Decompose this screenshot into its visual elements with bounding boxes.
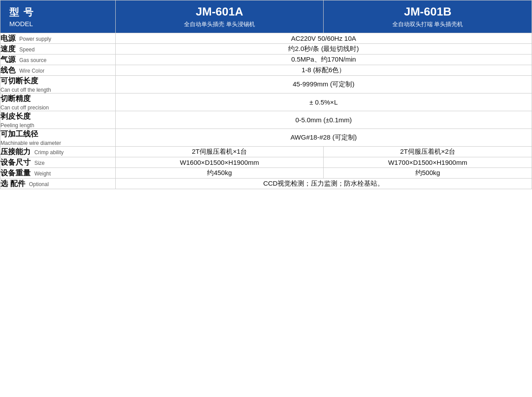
row-power: 电源 Power supply AC220V 50/60Hz 10A [0,33,532,44]
label-en-size: Size [34,160,44,166]
row-wire_color: 线色 Wire Color 1-8 (标配6色） [0,65,532,76]
spec-table: 型 号 MODEL JM-601A 全自动单头插壳 单头浸锡机 JM-601B … [0,0,532,189]
label-cn-weight: 设备重量 [0,169,31,177]
value-b-size: W1700×D1500×H1900mm [324,157,532,168]
value-wire_dia: AWG#18-#28 (可定制) [115,129,532,147]
row-wire_dia: 可加工线径 Machinable wire diameter AWG#18-#2… [0,129,532,147]
value-b-weight: 约500kg [324,168,532,179]
label-weight: 设备重量 Weight [0,168,116,179]
label-wire_dia: 可加工线径 Machinable wire diameter [0,129,116,147]
label-cn-power: 电源 [0,34,16,43]
label-power: 电源 Power supply [0,33,116,44]
label-peel_length: 剥皮长度 Peeling length [0,111,116,129]
label-cn-size: 设备尺寸 [0,158,31,167]
row-cut_precision: 切断精度 Can cut off precision ± 0.5%×L [0,93,532,111]
value-b-crimp: 2T伺服压着机×2台 [324,147,532,157]
label-cn-wire_dia: 可加工线径 [0,129,115,139]
label-en-speed: Speed [19,47,35,53]
label-cn-cut_length: 可切断长度 [0,76,115,86]
row-size: 设备尺寸 Size W1600×D1500×H1900mmW1700×D1500… [0,157,532,168]
label-cn-cut_precision: 切断精度 [0,93,115,104]
model-cn: 型 号 [9,6,108,19]
col-b-header: JM-601B 全自动双头打端 单头插壳机 [324,0,532,33]
label-en-optional: Optional [29,181,49,187]
value-a-crimp: 2T伺服压着机×1台 [115,147,324,157]
row-weight: 设备重量 Weight 约450kg约500kg [0,168,532,179]
label-wire_color: 线色 Wire Color [0,65,116,76]
row-speed: 速度 Speed 约2.0秒/条 (最短切线时) [0,44,532,54]
label-cut_length: 可切断长度 Can cut off the length [0,76,116,93]
model-en: MODEL [9,20,108,27]
value-optional: CCD视觉检测；压力监测；防水栓基站。 [115,179,532,189]
label-en-weight: Weight [34,171,51,177]
label-en-power: Power supply [19,36,51,42]
label-cn-gas: 气源 [0,55,16,64]
col-a-subtitle: 全自动单头插壳 单头浸锡机 [123,20,317,28]
label-cn-optional: 选 配件 [0,179,25,188]
value-gas: 0.5MPa、约170N/min [115,54,532,65]
label-cut_precision: 切断精度 Can cut off precision [0,93,116,111]
row-gas: 气源 Gas source 0.5MPa、约170N/min [0,54,532,65]
label-crimp: 压接能力 Crimp ability [0,147,116,157]
model-header: 型 号 MODEL [0,0,116,33]
value-peel_length: 0-5.0mm (±0.1mm) [115,111,532,129]
col-a-name: JM-601A [123,5,317,19]
label-gas: 气源 Gas source [0,54,116,65]
col-b-name: JM-601B [331,5,524,19]
label-cn-crimp: 压接能力 [0,148,31,156]
label-optional: 选 配件 Optional [0,179,116,189]
header-row: 型 号 MODEL JM-601A 全自动单头插壳 单头浸锡机 JM-601B … [0,0,532,33]
label-en-wire_color: Wire Color [19,68,44,74]
label-cn-peel_length: 剥皮长度 [0,111,115,121]
value-a-weight: 约450kg [115,168,324,179]
label-en-cut_length: Can cut off the length [0,87,115,93]
value-power: AC220V 50/60Hz 10A [115,33,532,44]
col-a-header: JM-601A 全自动单头插壳 单头浸锡机 [115,0,324,33]
label-en-gas: Gas source [19,57,46,63]
row-cut_length: 可切断长度 Can cut off the length 45-9999mm (… [0,76,532,93]
value-cut_length: 45-9999mm (可定制) [115,76,532,93]
value-speed: 约2.0秒/条 (最短切线时) [115,44,532,54]
label-size: 设备尺寸 Size [0,157,116,168]
value-a-size: W1600×D1500×H1900mm [115,157,324,168]
row-peel_length: 剥皮长度 Peeling length 0-5.0mm (±0.1mm) [0,111,532,129]
value-wire_color: 1-8 (标配6色） [115,65,532,76]
label-cn-wire_color: 线色 [0,66,16,74]
label-speed: 速度 Speed [0,44,116,54]
row-optional: 选 配件 Optional CCD视觉检测；压力监测；防水栓基站。 [0,179,532,189]
value-cut_precision: ± 0.5%×L [115,93,532,111]
label-en-cut_precision: Can cut off precision [0,105,115,111]
label-en-crimp: Crimp ability [34,149,63,156]
col-b-subtitle: 全自动双头打端 单头插壳机 [331,20,524,28]
label-en-peel_length: Peeling length [0,122,115,128]
label-en-wire_dia: Machinable wire diameter [0,140,115,146]
row-crimp: 压接能力 Crimp ability 2T伺服压着机×1台2T伺服压着机×2台 [0,147,532,157]
label-cn-speed: 速度 [0,45,16,53]
